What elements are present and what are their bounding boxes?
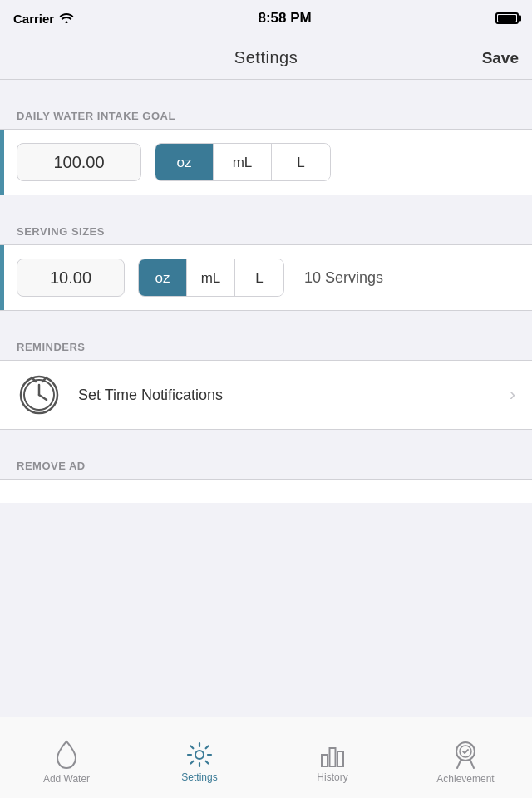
tab-bar: Add Water Settings History Achievement	[0, 717, 532, 798]
serving-size-input[interactable]	[17, 259, 125, 297]
page-title: Settings	[234, 48, 298, 67]
status-bar: Carrier 8:58 PM	[0, 0, 532, 37]
daily-water-section-header: DAILY WATER INTAKE GOAL	[0, 103, 532, 129]
status-time: 8:58 PM	[258, 10, 311, 27]
unit-btn-ml-water[interactable]: mL	[214, 144, 272, 181]
chevron-right-icon: ›	[510, 384, 515, 406]
unit-btn-l-serving[interactable]: L	[235, 259, 283, 297]
unit-btn-oz-serving[interactable]: oz	[139, 259, 187, 297]
tab-add-water[interactable]: Add Water	[0, 717, 133, 798]
notification-row[interactable]: Set Time Notifications ›	[0, 360, 532, 430]
wifi-icon	[59, 12, 74, 26]
achievement-icon	[452, 740, 479, 770]
svg-rect-7	[322, 755, 328, 766]
gear-icon	[186, 741, 213, 768]
daily-water-input[interactable]	[17, 143, 141, 181]
remove-ad-row	[0, 479, 532, 503]
svg-rect-8	[330, 748, 336, 766]
remove-ad-section-header: REMOVE AD	[0, 453, 532, 479]
status-bar-right	[495, 12, 519, 24]
status-bar-left: Carrier	[13, 12, 74, 26]
tab-achievement-label: Achievement	[436, 773, 494, 785]
serving-sizes-section-header: SERVING SIZES	[0, 219, 532, 244]
bar-chart-icon	[320, 741, 345, 768]
clock-icon	[17, 372, 62, 417]
tab-add-water-label: Add Water	[43, 773, 90, 785]
section-gap-ad	[0, 430, 532, 453]
svg-point-6	[195, 751, 204, 759]
notification-label: Set Time Notifications	[78, 387, 493, 404]
svg-line-12	[457, 761, 461, 768]
carrier-label: Carrier	[13, 12, 54, 26]
tab-achievement[interactable]: Achievement	[399, 717, 532, 798]
serving-sizes-row: oz mL L 10 Servings	[0, 244, 532, 311]
section-gap-serving	[0, 195, 532, 219]
tab-settings[interactable]: Settings	[133, 717, 266, 798]
unit-btn-l-water[interactable]: L	[272, 144, 330, 181]
unit-btn-oz-water[interactable]: oz	[155, 144, 214, 181]
nav-bar: Settings Save	[0, 37, 532, 80]
save-button[interactable]: Save	[482, 49, 519, 67]
daily-water-unit-selector: oz mL L	[155, 143, 331, 181]
battery-icon	[495, 12, 519, 24]
svg-line-3	[39, 395, 47, 400]
section-gap-reminders	[0, 311, 532, 334]
content-area: DAILY WATER INTAKE GOAL oz mL L SERVING …	[0, 80, 532, 717]
daily-water-row: oz mL L	[0, 129, 532, 195]
tab-history[interactable]: History	[266, 717, 399, 798]
svg-rect-9	[337, 751, 343, 766]
servings-count-label: 10 Servings	[304, 269, 383, 287]
reminders-section-header: REMINDERS	[0, 334, 532, 360]
section-gap-water	[0, 80, 532, 103]
unit-btn-ml-serving[interactable]: mL	[187, 259, 235, 297]
drop-icon	[55, 740, 78, 770]
serving-unit-selector: oz mL L	[138, 259, 284, 297]
svg-line-13	[470, 761, 474, 768]
tab-history-label: History	[317, 771, 347, 783]
tab-settings-label: Settings	[181, 771, 217, 783]
